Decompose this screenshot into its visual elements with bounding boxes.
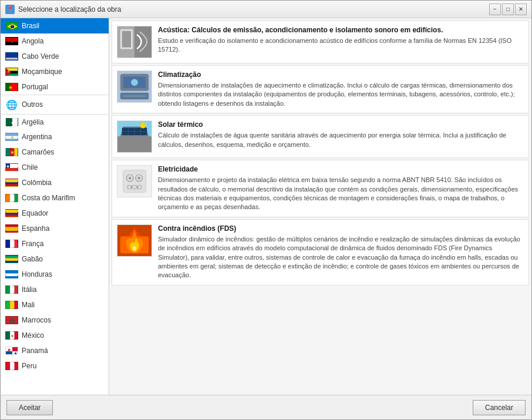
svg-rect-64	[15, 301, 18, 309]
svg-rect-50	[6, 240, 10, 248]
svg-point-110	[136, 186, 138, 188]
country-name-portugal: Portugal	[22, 83, 48, 91]
svg-rect-58	[6, 276, 18, 278]
module-thumb-fire	[117, 224, 152, 257]
module-item-climatization: ClimatizaçãoDimensionamento de instalaçõ…	[112, 65, 529, 113]
bottom-bar: Aceitar Cancelar	[1, 395, 531, 419]
flag-italia	[5, 285, 18, 294]
module-title-acoustic: Acústica: Cálculos de emissão, acondicio…	[158, 26, 524, 34]
module-item-acoustic: Acústica: Cálculos de emissão, acondicio…	[112, 21, 529, 63]
country-item-marrocos[interactable]: Marrocos	[1, 313, 109, 328]
svg-rect-65	[6, 317, 18, 324]
country-item-portugal[interactable]: Portugal	[1, 79, 109, 95]
svg-rect-60	[10, 286, 14, 294]
country-name-argelia: Argélia	[22, 118, 43, 126]
country-item-angola[interactable]: Angola	[1, 33, 109, 49]
module-thumb-solar	[117, 120, 152, 153]
module-thumb-electricity	[117, 165, 152, 197]
module-desc-acoustic: Estudo e verificação do isolamento e aco…	[158, 36, 524, 55]
svg-rect-42	[10, 194, 14, 202]
svg-rect-59	[6, 286, 10, 294]
country-name-honduras: Honduras	[22, 270, 52, 278]
flag-honduras	[5, 270, 18, 278]
country-item-camaroes[interactable]: Camarões	[1, 145, 109, 160]
country-item-italia[interactable]: Itália	[1, 282, 109, 297]
svg-point-105	[129, 177, 131, 179]
flag-franca	[5, 240, 18, 248]
svg-point-107	[138, 177, 140, 179]
svg-rect-9	[6, 60, 18, 61]
country-item-outros[interactable]: 🌐Outros	[1, 95, 109, 114]
country-item-mexico[interactable]: México	[1, 328, 109, 343]
svg-rect-62	[6, 301, 10, 309]
svg-rect-78	[10, 362, 14, 370]
accept-button[interactable]: Aceitar	[6, 400, 53, 415]
svg-rect-43	[15, 194, 18, 202]
country-name-gabao: Gabão	[22, 255, 43, 263]
flag-gabao	[5, 255, 18, 263]
flag-brasil	[5, 22, 18, 30]
country-item-brasil[interactable]: Brasil	[1, 18, 109, 33]
country-item-chile[interactable]: Chile	[1, 160, 109, 175]
svg-rect-38	[6, 179, 18, 183]
flag-outros: 🌐	[5, 98, 18, 111]
module-text-acoustic: Acústica: Cálculos de emissão, acondicio…	[158, 26, 524, 55]
svg-point-70	[11, 335, 14, 337]
svg-point-29	[11, 136, 14, 139]
svg-rect-83	[122, 31, 131, 48]
flag-mexico	[5, 331, 18, 340]
country-item-mocambique[interactable]: Moçambique	[1, 64, 109, 79]
svg-rect-3	[6, 38, 18, 42]
maximize-button[interactable]: □	[502, 4, 514, 15]
minimize-button[interactable]: −	[489, 4, 501, 15]
module-item-electricity: EletricidadeDimensionamento e projeto da…	[112, 160, 529, 217]
country-name-argentina: Argentina	[22, 133, 52, 141]
country-item-peru[interactable]: Peru	[1, 358, 109, 374]
svg-rect-73	[6, 351, 12, 355]
svg-rect-57	[6, 274, 18, 277]
flag-portugal	[5, 83, 18, 91]
country-name-mocambique: Moçambique	[22, 68, 62, 76]
country-name-equador: Equador	[22, 209, 48, 217]
svg-rect-41	[6, 194, 10, 202]
country-item-honduras[interactable]: Honduras	[1, 267, 109, 282]
module-thumb-climatization	[117, 70, 152, 103]
country-item-mali[interactable]: Mali	[1, 297, 109, 313]
svg-rect-108	[127, 186, 141, 189]
module-title-solar: Solar térmico	[158, 120, 524, 129]
close-button[interactable]: ✕	[515, 4, 527, 15]
country-item-espanha[interactable]: Espanha	[1, 221, 109, 236]
svg-rect-32	[15, 149, 18, 156]
svg-point-5	[12, 41, 14, 42]
country-name-camaroes: Camarões	[22, 148, 54, 156]
country-item-argelia[interactable]: Argélia	[1, 114, 109, 129]
country-item-equador[interactable]: Equador	[1, 206, 109, 221]
module-desc-electricity: Dimensionamento e projeto da instalação …	[158, 176, 524, 212]
country-item-panama[interactable]: Panamá	[1, 343, 109, 358]
svg-rect-30	[6, 149, 10, 156]
country-name-colombia: Colômbia	[22, 179, 52, 187]
svg-rect-91	[117, 136, 151, 152]
app-icon: 📍	[5, 5, 15, 14]
globe-icon: 🌐	[6, 99, 18, 110]
window-controls: − □ ✕	[489, 4, 527, 15]
module-title-electricity: Eletricidade	[158, 165, 524, 173]
module-title-fire: Contra incêndios (FDS)	[158, 224, 524, 233]
module-desc-fire: Simulador dinâmico de incêndios: gestão …	[158, 235, 524, 280]
svg-rect-77	[6, 362, 10, 370]
country-item-gabao[interactable]: Gabão	[1, 251, 109, 267]
module-thumb-acoustic	[117, 26, 152, 58]
country-item-franca[interactable]: França	[1, 236, 109, 251]
country-item-argentina[interactable]: Argentina	[1, 129, 109, 145]
module-text-electricity: EletricidadeDimensionamento e projeto da…	[158, 165, 524, 212]
country-item-colombia[interactable]: Colômbia	[1, 175, 109, 190]
cancel-button[interactable]: Cancelar	[473, 400, 526, 415]
country-item-costa-do-marifim[interactable]: Costa do Marifim	[1, 190, 109, 206]
module-desc-climatization: Dimensionamento de instalações de aqueci…	[158, 81, 524, 108]
country-item-cabo-verde[interactable]: Cabo Verde	[1, 49, 109, 64]
svg-rect-69	[15, 332, 18, 340]
country-name-peru: Peru	[22, 362, 36, 370]
svg-rect-26	[6, 133, 18, 136]
svg-rect-28	[6, 139, 18, 141]
country-name-marrocos: Marrocos	[22, 316, 51, 324]
